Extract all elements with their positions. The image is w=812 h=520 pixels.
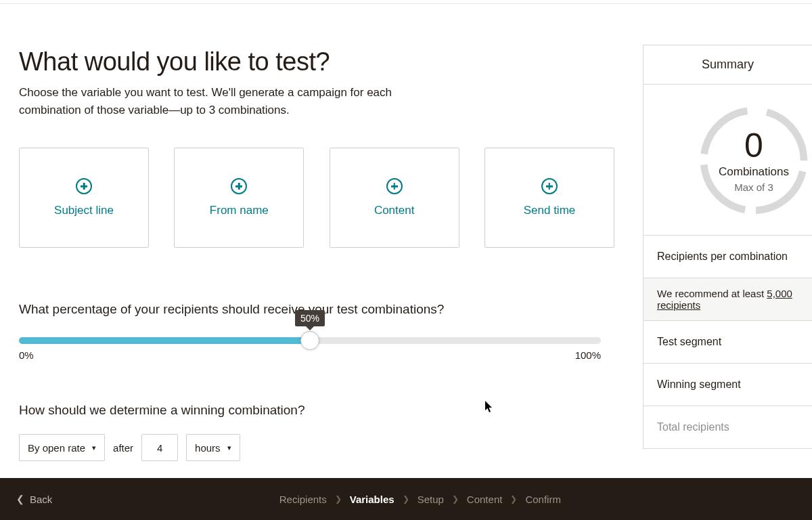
- row-winning-segment: Winning segment: [644, 364, 812, 406]
- row-recipients-per-combination: Recipients per combination: [644, 236, 812, 278]
- chevron-down-icon: ▾: [227, 443, 231, 452]
- card-send-time[interactable]: Send time: [484, 148, 614, 248]
- card-label: Content: [374, 204, 415, 217]
- back-label: Back: [30, 494, 52, 505]
- gauge-number: 0: [744, 129, 763, 162]
- slider-scale: 0% 100%: [19, 349, 601, 361]
- bottom-bar: ❮ Back Recipients ❯ Variables ❯ Setup ❯ …: [0, 478, 812, 520]
- summary-sidebar: Summary 0 Combinations Max of 3 Recipien…: [643, 45, 812, 449]
- chevron-right-icon: ❯: [510, 494, 517, 504]
- crumb-variables[interactable]: Variables: [350, 494, 394, 505]
- slider-thumb[interactable]: [300, 331, 319, 350]
- back-button[interactable]: ❮ Back: [16, 494, 52, 505]
- chevron-right-icon: ❯: [452, 494, 459, 504]
- after-label: after: [113, 442, 133, 454]
- slider-fill: [19, 337, 310, 344]
- recommend-text: We recommend at least: [657, 288, 767, 299]
- top-divider: [0, 3, 812, 4]
- row-recommendation: We recommend at least 5,000 recipients: [644, 278, 812, 321]
- slider-max-label: 100%: [575, 349, 601, 361]
- chevron-right-icon: ❯: [335, 494, 342, 504]
- crumb-setup[interactable]: Setup: [418, 494, 444, 505]
- variable-cards-row: Subject line From name Content Send time: [19, 148, 614, 248]
- main-panel: What would you like to test? Choose the …: [19, 47, 614, 461]
- slider-min-label: 0%: [19, 349, 34, 361]
- plus-icon: [386, 178, 403, 194]
- slider-tooltip: 50%: [295, 310, 325, 326]
- plus-icon: [231, 178, 247, 194]
- row-total-recipients: Total recipients: [644, 406, 812, 449]
- card-label: Send time: [524, 204, 576, 217]
- card-from-name[interactable]: From name: [174, 148, 304, 248]
- plus-icon: [541, 178, 558, 194]
- metric-select-label: By open rate: [28, 442, 85, 454]
- winning-question: How should we determine a winning combin…: [19, 403, 614, 418]
- crumb-content[interactable]: Content: [467, 494, 503, 505]
- slider-track[interactable]: 50%: [19, 337, 601, 344]
- wizard-breadcrumbs: Recipients ❯ Variables ❯ Setup ❯ Content…: [279, 494, 561, 505]
- card-subject-line[interactable]: Subject line: [19, 148, 149, 248]
- gauge-sublabel: Max of 3: [734, 181, 773, 193]
- percentage-slider[interactable]: 50% 0% 100%: [19, 337, 614, 361]
- card-content[interactable]: Content: [330, 148, 459, 248]
- time-unit-select[interactable]: hours ▾: [186, 434, 240, 461]
- crumb-confirm[interactable]: Confirm: [525, 494, 561, 505]
- hours-value: 4: [157, 442, 162, 454]
- page-title: What would you like to test?: [19, 47, 614, 77]
- crumb-recipients[interactable]: Recipients: [279, 494, 327, 505]
- plus-icon: [76, 178, 92, 194]
- combinations-gauge: 0 Combinations Max of 3: [644, 85, 812, 236]
- summary-title: Summary: [644, 45, 812, 85]
- card-label: From name: [210, 204, 269, 217]
- page-subtitle: Choose the variable you want to test. We…: [19, 84, 452, 120]
- chevron-left-icon: ❮: [16, 494, 24, 504]
- winning-controls: By open rate ▾ after 4 hours ▾: [19, 434, 614, 461]
- chevron-right-icon: ❯: [403, 494, 409, 504]
- metric-select[interactable]: By open rate ▾: [19, 434, 105, 461]
- gauge-label: Combinations: [719, 165, 789, 179]
- row-test-segment: Test segment: [644, 321, 812, 364]
- chevron-down-icon: ▾: [92, 443, 96, 452]
- time-unit-label: hours: [195, 442, 221, 454]
- card-label: Subject line: [54, 204, 114, 217]
- hours-input[interactable]: 4: [141, 434, 178, 461]
